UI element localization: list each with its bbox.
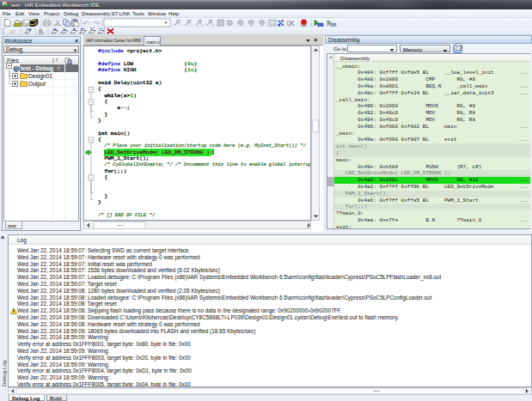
svg-text:10: 10: [9, 29, 15, 34]
